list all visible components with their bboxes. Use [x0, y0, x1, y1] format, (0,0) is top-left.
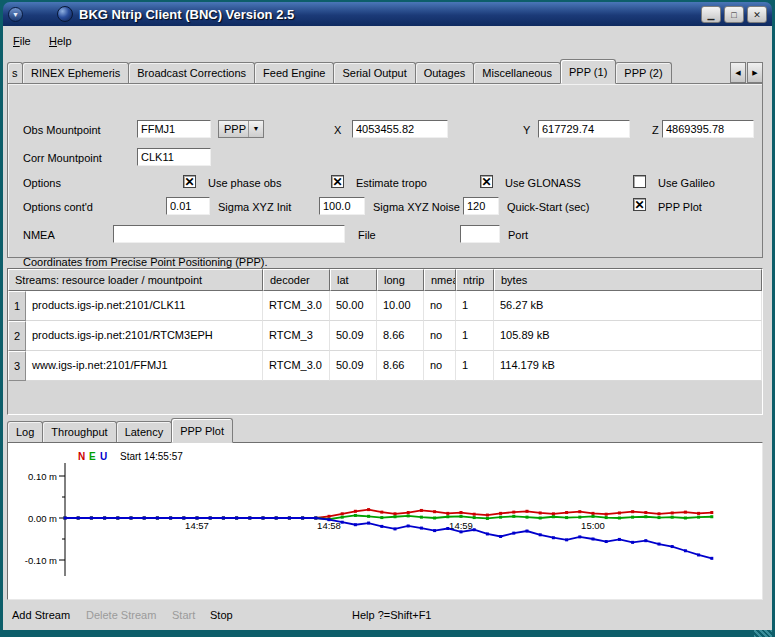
close-button[interactable]: ✕: [747, 6, 767, 23]
file-label: File: [358, 229, 376, 241]
tab-scroll-right-button[interactable]: ▶: [747, 62, 763, 83]
tab-ppp-1[interactable]: PPP (1): [560, 59, 616, 84]
obs-mountpoint-input[interactable]: [137, 120, 211, 138]
sigma-xyz-noise-input[interactable]: [319, 197, 365, 215]
use-phase-obs-checkbox[interactable]: [183, 175, 196, 188]
cell-lat: 50.09: [330, 351, 377, 381]
cell-mountpoint: products.igs-ip.net:2101/RTCM3EPH: [26, 321, 263, 351]
sigma-xyz-noise-label: Sigma XYZ Noise: [373, 201, 460, 213]
tab-stub[interactable]: s: [7, 62, 23, 83]
bottom-tab-bar: Log Throughput Latency PPP Plot: [7, 417, 233, 442]
title-bar: ▼ BKG Ntrip Client (BNC) Version 2.5 ▁ □…: [3, 2, 772, 26]
sigma-xyz-init-input[interactable]: [166, 197, 210, 215]
cell-bytes: 105.89 kB: [494, 321, 762, 351]
tab-rinex-ephemeris[interactable]: RINEX Ephemeris: [22, 62, 129, 83]
close-icon: ✕: [753, 10, 761, 20]
cell-long: 8.66: [377, 351, 424, 381]
z-coordinate-input[interactable]: [662, 120, 754, 138]
menu-down-icon: ▼: [12, 11, 19, 18]
cell-bytes: 114.179 kB: [494, 351, 762, 381]
y-coordinate-input[interactable]: [538, 120, 630, 138]
nmea-input[interactable]: [113, 225, 345, 243]
ppp-settings-pane: Obs Mountpoint PPP ▼ X Y Z Corr Mountpoi…: [7, 83, 763, 258]
options-label: Options: [23, 177, 61, 189]
x-coordinate-input[interactable]: [352, 120, 448, 138]
cell-long: 10.00: [377, 291, 424, 321]
svg-text:-0.10 m: -0.10 m: [25, 555, 57, 566]
resize-grip[interactable]: [754, 630, 772, 637]
tab-throughput[interactable]: Throughput: [42, 421, 116, 442]
cell-bytes: 56.27 kB: [494, 291, 762, 321]
obs-mountpoint-label: Obs Mountpoint: [23, 124, 101, 136]
cell-decoder: RTCM_3: [263, 321, 330, 351]
stop-button[interactable]: Stop: [210, 609, 233, 621]
use-galileo-label: Use Galileo: [658, 177, 715, 189]
menu-help[interactable]: Help: [45, 33, 76, 49]
port-label: Port: [508, 229, 528, 241]
tab-log[interactable]: Log: [7, 421, 43, 442]
use-glonass-checkbox[interactable]: [480, 175, 493, 188]
cell-nmea: no: [424, 321, 456, 351]
tab-miscellaneous[interactable]: Miscellaneous: [473, 62, 561, 83]
tab-latency[interactable]: Latency: [116, 421, 173, 442]
menu-file[interactable]: File: [9, 33, 35, 49]
maximize-button[interactable]: □: [724, 6, 744, 23]
ppp-note: Coordinates from Precise Point Positioni…: [23, 256, 268, 268]
table-row[interactable]: 3 www.igs-ip.net:2101/FFMJ1 RTCM_3.0 50.…: [8, 351, 762, 381]
top-tab-bar: s RINEX Ephemeris Broadcast Corrections …: [7, 58, 672, 83]
svg-text:15:00: 15:00: [581, 520, 605, 531]
header-nmea: nmea: [424, 269, 456, 291]
window-menu-button[interactable]: ▼: [8, 7, 23, 22]
tab-scroll-left-button[interactable]: ◀: [730, 62, 746, 83]
chevron-down-icon: ▼: [248, 121, 263, 137]
port-input[interactable]: [460, 225, 500, 243]
cell-ntrip: 1: [456, 291, 494, 321]
ppp-mode-select[interactable]: PPP ▼: [218, 120, 264, 138]
nmea-label: NMEA: [23, 229, 55, 241]
cell-lat: 50.09: [330, 321, 377, 351]
tab-ppp-plot[interactable]: PPP Plot: [171, 418, 233, 443]
delete-stream-button[interactable]: Delete Stream: [86, 609, 156, 621]
help-label: Help ?=Shift+F1: [352, 609, 432, 621]
table-row[interactable]: 1 products.igs-ip.net:2101/CLK11 RTCM_3.…: [8, 291, 762, 321]
app-icon: [57, 6, 73, 22]
ppp-plot-label: PPP Plot: [658, 201, 702, 213]
tab-broadcast-corrections[interactable]: Broadcast Corrections: [128, 62, 255, 83]
use-glonass-label: Use GLONASS: [505, 177, 581, 189]
y-label: Y: [523, 124, 530, 136]
header-mountpoint: Streams: resource loader / mountpoint: [8, 269, 263, 291]
header-ntrip: ntrip: [456, 269, 494, 291]
minimize-button[interactable]: ▁: [701, 6, 721, 23]
svg-text:14:57: 14:57: [185, 520, 209, 531]
window-title: BKG Ntrip Client (BNC) Version 2.5: [79, 7, 294, 22]
ppp-plot: 0.10 m0.00 m-0.10 m14:5714:5814:5915:00N…: [8, 443, 762, 599]
cell-decoder: RTCM_3.0: [263, 351, 330, 381]
tab-ppp-2[interactable]: PPP (2): [615, 62, 671, 83]
estimate-tropo-checkbox[interactable]: [331, 175, 344, 188]
svg-text:U: U: [100, 451, 107, 462]
estimate-tropo-label: Estimate tropo: [356, 177, 427, 189]
svg-text:0.00 m: 0.00 m: [28, 513, 57, 524]
header-decoder: decoder: [263, 269, 330, 291]
scroll-right-icon: ▶: [752, 69, 757, 76]
tab-serial-output[interactable]: Serial Output: [333, 62, 415, 83]
ppp-plot-checkbox[interactable]: [633, 198, 646, 211]
corr-mountpoint-input[interactable]: [137, 148, 211, 166]
streams-table: Streams: resource loader / mountpoint de…: [7, 268, 763, 415]
minimize-icon: ▁: [708, 10, 715, 20]
svg-text:Start 14:55:57: Start 14:55:57: [120, 451, 183, 462]
tab-feed-engine[interactable]: Feed Engine: [254, 62, 334, 83]
row-number: 1: [8, 291, 26, 321]
main-window: File Help s RINEX Ephemeris Broadcast Co…: [3, 26, 772, 630]
table-row[interactable]: 2 products.igs-ip.net:2101/RTCM3EPH RTCM…: [8, 321, 762, 351]
use-galileo-checkbox[interactable]: [633, 175, 646, 188]
header-bytes: bytes: [494, 269, 762, 291]
add-stream-button[interactable]: Add Stream: [12, 609, 70, 621]
start-button[interactable]: Start: [172, 609, 195, 621]
tab-outages[interactable]: Outages: [415, 62, 475, 83]
svg-text:N: N: [78, 451, 85, 462]
sigma-xyz-init-label: Sigma XYZ Init: [218, 201, 291, 213]
quick-start-input[interactable]: [463, 197, 499, 215]
header-lat: lat: [330, 269, 377, 291]
use-phase-obs-label: Use phase obs: [208, 177, 281, 189]
